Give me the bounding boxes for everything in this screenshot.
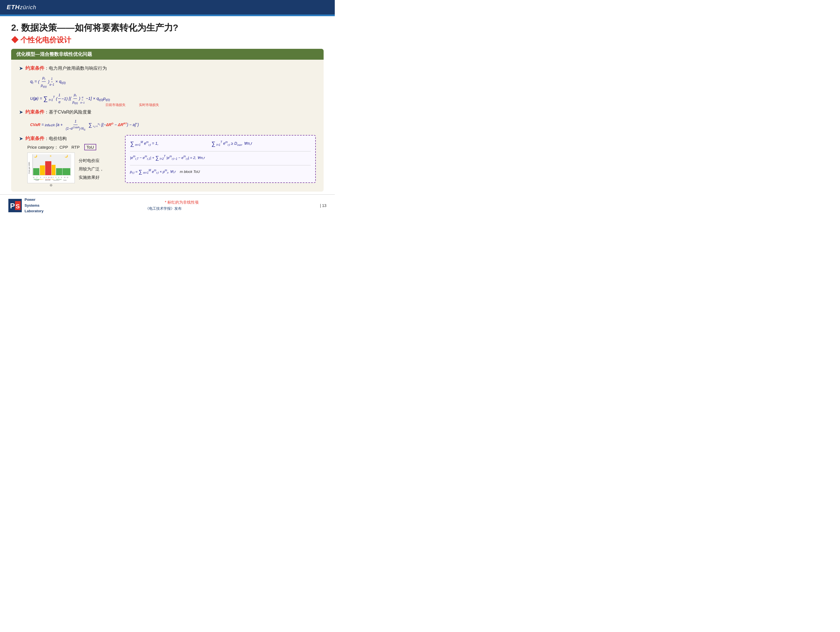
bullet-label-3: 约束条件 <box>25 136 44 141</box>
bullet-text-3: 约束条件：电价结构 <box>25 135 67 142</box>
arrow-icon-2: ➤ <box>19 109 23 115</box>
bullet-label-2: 约束条件 <box>25 109 44 115</box>
bullet-item-3: ➤ 约束条件：电价结构 <box>19 135 119 142</box>
bullet-item-1: ➤ 约束条件：电力用户效用函数与响应行为 <box>19 65 316 72</box>
price-chart-container: Cost per kWh 🌙 ☀ 🌙 <box>27 153 119 187</box>
formula-u: U(p) = ∑ t=1T ( 1 α −1) [( pt pt(0) ) <box>30 96 110 101</box>
svg-text:2: 2 <box>36 177 37 178</box>
formula-block-1: qt = ( pt pt(0) )1α−1 × qt(0) U(p) = ∑ <box>30 74 316 106</box>
svg-rect-8 <box>40 165 45 175</box>
svg-text:Mid-P: Mid-P <box>40 178 44 180</box>
content-box: ➤ 约束条件：电力用户效用函数与响应行为 qt = ( pt pt(0) )1α… <box>11 60 324 192</box>
formula-1a: qt = ( pt pt(0) )1α−1 × qt(0) <box>30 74 316 90</box>
cvar-inf: infa∈R <box>45 121 55 129</box>
bullet-text-1: 约束条件：电力用户效用函数与响应行为 <box>25 65 107 72</box>
zurich-text: zürich <box>20 4 36 10</box>
caption-line1: 分时电价应 <box>79 156 104 165</box>
footer: P S Power Systems Laboratory * 标红的为非线性项 … <box>0 194 335 216</box>
cvar-formula: CVaR = infa∈R {a + 1 (1−αCVaR)·NS ∑ nS=1… <box>30 118 316 132</box>
svg-text:🌙: 🌙 <box>34 154 37 158</box>
svg-text:10: 10 <box>64 177 66 178</box>
svg-text:8: 8 <box>46 177 47 178</box>
footer-logo-area: P S Power Systems Laboratory <box>8 197 44 214</box>
footer-page: | 13 <box>320 203 327 208</box>
formula-1b: U(p) = ∑ t=1T ( 1 α −1) [( pt pt(0) ) <box>30 91 316 106</box>
left-col: ➤ 约束条件：电价结构 Price category： CPP RTP ToU <box>19 135 119 187</box>
page-subtitle: ◆ 个性化电价设计 <box>11 35 324 45</box>
lab-line2: Systems <box>25 203 44 209</box>
right-col-formulas: ∑ m=1M emr,t = 1, ∑ t=1T emr <box>125 135 316 183</box>
caption-line3: 实施效果好 <box>79 173 104 181</box>
diamond-icon: ◆ <box>11 36 21 44</box>
arrow-icon-3: ➤ <box>19 136 23 142</box>
svg-text:4: 4 <box>40 177 41 178</box>
eth-logo: ETHzürich <box>7 4 36 11</box>
page-title: 2. 数据决策——如何将要素转化为生产力? <box>11 22 324 34</box>
price-label: Price category： <box>27 145 58 150</box>
header-bar: ETHzürich <box>0 0 335 14</box>
price-rtp: RTP <box>71 145 80 150</box>
svg-text:12: 12 <box>67 177 68 178</box>
annotation-realtime: 实时市场损失 <box>139 102 159 107</box>
footer-note: * 标红的为非线性项 <box>165 200 199 205</box>
caption-line2: 用较为广泛， <box>79 165 104 173</box>
formula-row-1: ∑ m=1M emr,t = 1, ∑ t=1T emr <box>130 139 311 148</box>
sum-e-1-left: ∑ m=1M emr,t = 1, <box>130 141 158 146</box>
main-content: 2. 数据决策——如何将要素转化为生产力? ◆ 个性化电价设计 优化模型—混合整… <box>0 16 335 194</box>
price-cpp: CPP <box>59 145 68 150</box>
eth-text: ETH <box>7 4 20 11</box>
chart-bottom-icon: ⊖ <box>27 183 75 187</box>
svg-text:6: 6 <box>58 177 59 178</box>
footer-journal: 《电工技术学报》发布 <box>145 206 182 211</box>
svg-text:12: 12 <box>51 177 52 178</box>
svg-text:12: 12 <box>33 177 35 178</box>
footer-lab-name: Power Systems Laboratory <box>25 197 44 214</box>
price-tou: ToU <box>84 144 96 150</box>
svg-rect-9 <box>45 161 51 175</box>
lab-line1: Power <box>25 197 44 203</box>
bottom-section: ➤ 约束条件：电价结构 Price category： CPP RTP ToU <box>19 135 316 187</box>
svg-text:Night: Night <box>35 179 39 181</box>
cvar-eq: = <box>41 123 45 127</box>
svg-text:6: 6 <box>44 177 45 178</box>
svg-text:🌙: 🌙 <box>65 154 68 158</box>
svg-text:Morning: Morning <box>45 179 50 181</box>
svg-text:☀: ☀ <box>49 154 52 158</box>
formula-row-3: pr,t = ∑ m=1M emr,t × pmr, ∀t,r m block … <box>130 168 311 176</box>
price-category-line: Price category： CPP RTP ToU <box>27 144 119 150</box>
sum-e-1-right: ∑ t=1T emr,t ≥ Dmin, ∀m,r <box>212 141 252 146</box>
svg-text:2: 2 <box>53 177 54 178</box>
box-header: 优化模型—混合整数非线性优化问题 <box>11 49 324 60</box>
lab-line3: Laboratory <box>25 208 44 214</box>
bullet-label-1: 约束条件 <box>25 66 44 71</box>
chart-wrapper: Cost per kWh 🌙 ☀ 🌙 <box>27 153 75 187</box>
formula-qt: qt = ( pt pt(0) )1α−1 × qt(0) <box>30 79 66 84</box>
svg-text:Afternoon: Afternoon <box>53 179 59 181</box>
svg-text:S: S <box>16 203 20 210</box>
svg-rect-12 <box>63 168 70 175</box>
svg-rect-11 <box>56 168 62 175</box>
cvar-text: CVaR <box>30 123 41 127</box>
svg-text:P: P <box>10 202 15 210</box>
svg-text:4: 4 <box>55 177 56 178</box>
svg-text:Night: Night <box>63 179 67 181</box>
cvar-body: {a + 1 (1−αCVaR)·NS ∑ nS=1NS [(−ΔRD − ΔR… <box>56 123 139 127</box>
chart-caption: 分时电价应 用较为广泛， 实施效果好 <box>79 156 104 181</box>
annotation-day-ahead: 日前市场损失 <box>106 102 126 107</box>
bullet-item-2: ➤ 约束条件：基于CVaR的风险度量 日前市场损失 实时市场损失 <box>19 109 316 116</box>
svg-rect-10 <box>52 165 55 175</box>
bullet-text-2: 约束条件：基于CVaR的风险度量 日前市场损失 实时市场损失 <box>25 109 92 116</box>
svg-text:8: 8 <box>61 177 62 178</box>
svg-text:Cost per kWh: Cost per kWh <box>28 162 30 174</box>
svg-rect-7 <box>33 168 39 175</box>
subtitle-text: 个性化电价设计 <box>21 36 71 44</box>
formula-row-2: |emr,T − emr,1| + ∑ t=2T |emr,t−1 − emr,… <box>130 154 311 162</box>
tou-chart-svg: Cost per kWh 🌙 ☀ 🌙 <box>28 153 72 181</box>
svg-text:10: 10 <box>48 177 50 178</box>
psl-logo-svg: P S <box>8 199 22 212</box>
chart-image: Cost per kWh 🌙 ☀ 🌙 <box>27 153 75 183</box>
arrow-icon-1: ➤ <box>19 65 23 71</box>
